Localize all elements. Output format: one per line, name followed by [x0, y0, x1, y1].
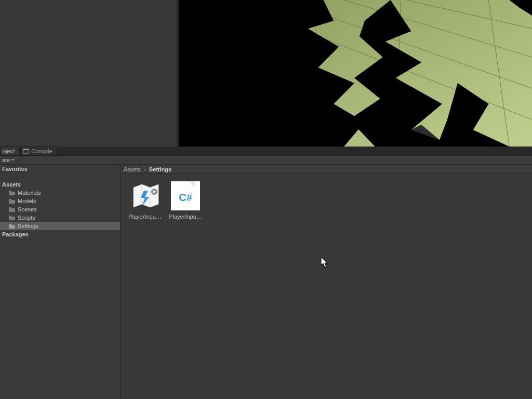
- cursor-icon: [321, 257, 328, 268]
- packages-header[interactable]: Packages: [0, 230, 120, 238]
- breadcrumb: Assets › Settings: [121, 165, 532, 174]
- folder-icon: [8, 198, 16, 204]
- asset-grid[interactable]: PlayerInpu… C# PlayerInpu…: [121, 174, 532, 399]
- panel-tabs: oject Console: [0, 147, 532, 156]
- tab-project[interactable]: oject: [0, 147, 19, 155]
- asset-item-cs[interactable]: C# PlayerInpu…: [168, 181, 203, 220]
- breadcrumb-root[interactable]: Assets: [124, 166, 141, 172]
- sidebar-item-scenes[interactable]: Scenes: [0, 205, 120, 214]
- cs-script-icon: C#: [171, 181, 200, 210]
- svg-rect-19: [9, 216, 11, 217]
- tab-console[interactable]: Console: [20, 147, 57, 155]
- hierarchy-panel[interactable]: [0, 0, 177, 147]
- svg-marker-21: [134, 184, 158, 207]
- project-content: Assets › Settings: [121, 165, 532, 399]
- folder-icon: [8, 215, 16, 221]
- sidebar-item-label: Scenes: [18, 206, 37, 212]
- sidebar-item-label: Scripts: [18, 215, 35, 221]
- folder-icon: [8, 223, 16, 229]
- chevron-right-icon: ›: [144, 166, 146, 172]
- dropdown-arrow-icon: [11, 159, 15, 161]
- sidebar-item-materials[interactable]: Materials: [0, 189, 120, 197]
- svg-rect-16: [9, 191, 11, 192]
- console-icon: [23, 148, 29, 154]
- svg-rect-15: [23, 149, 29, 150]
- svg-rect-17: [9, 199, 11, 200]
- project-toolbar: ate: [0, 156, 532, 165]
- favorites-header[interactable]: Favorites: [0, 165, 120, 173]
- inputactions-icon: [130, 181, 159, 210]
- sidebar-item-models[interactable]: Models: [0, 197, 120, 205]
- breadcrumb-current[interactable]: Settings: [149, 166, 171, 172]
- sidebar-item-label: Settings: [18, 223, 38, 229]
- asset-item-inputactions[interactable]: PlayerInpu…: [128, 181, 162, 220]
- sidebar-item-label: Models: [18, 198, 36, 204]
- sidebar-item-settings[interactable]: Settings: [0, 222, 120, 230]
- assets-header[interactable]: Assets: [0, 180, 120, 189]
- svg-rect-20: [9, 224, 11, 225]
- project-sidebar[interactable]: Favorites Assets Materials Models Scenes…: [0, 165, 121, 399]
- create-button[interactable]: ate: [0, 157, 17, 163]
- console-tab-label: Console: [31, 148, 52, 154]
- asset-label: PlayerInpu…: [128, 214, 162, 220]
- folder-icon: [8, 190, 16, 196]
- svg-text:C#: C#: [179, 192, 192, 203]
- svg-marker-30: [321, 257, 327, 267]
- sidebar-item-scripts[interactable]: Scripts: [0, 214, 120, 222]
- asset-label: PlayerInpu…: [169, 214, 202, 220]
- svg-rect-18: [9, 207, 11, 208]
- scene-view[interactable]: [177, 0, 532, 147]
- sidebar-item-label: Materials: [18, 190, 41, 196]
- project-tab-label: oject: [3, 148, 15, 154]
- folder-icon: [8, 206, 16, 212]
- create-button-label: ate: [2, 157, 10, 163]
